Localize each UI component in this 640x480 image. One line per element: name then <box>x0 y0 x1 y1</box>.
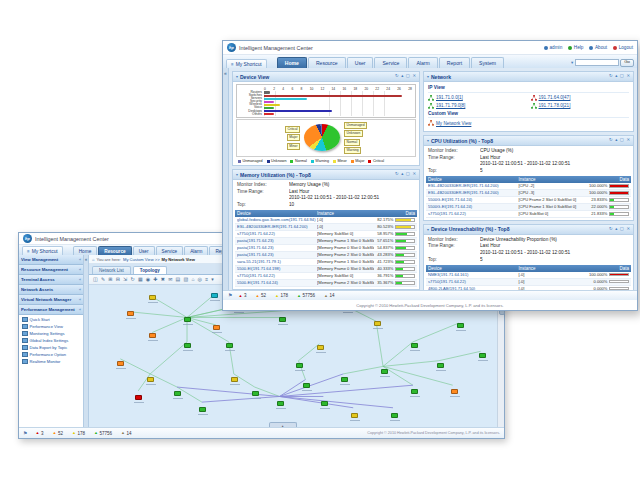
pie-callout[interactable]: Unknown <box>344 130 363 137</box>
search-go-button[interactable]: Go <box>620 59 634 67</box>
locate-icon[interactable]: ◎ <box>198 277 202 282</box>
home-view-icon[interactable]: ⌂ <box>191 277 194 282</box>
device-node[interactable] <box>174 391 181 396</box>
menu-tab[interactable]: Resource <box>308 57 346 68</box>
header-link[interactable]: Logout <box>613 45 633 50</box>
fit-view-icon[interactable]: ⇲ <box>123 277 127 282</box>
sidebar-item[interactable]: Quick Start <box>19 316 83 323</box>
section-collapse-icon[interactable]: « <box>79 268 81 272</box>
device-node[interactable] <box>411 389 418 394</box>
maximize-icon[interactable]: ▢ <box>620 227 624 231</box>
alarm-count[interactable]: ▲ 14 <box>324 293 334 298</box>
alarm-count[interactable]: ▲ 57756 <box>297 293 315 298</box>
collapse-icon[interactable]: ▴ <box>615 74 617 78</box>
close-icon[interactable]: ✕ <box>626 227 630 231</box>
alarm-count[interactable]: ▲ 14 <box>121 431 131 436</box>
bar[interactable] <box>264 101 274 103</box>
front-title-bar[interactable]: hp Intelligent Management Center admin H… <box>223 41 637 55</box>
header-link[interactable]: Help <box>568 45 583 50</box>
device-node[interactable] <box>296 363 303 368</box>
device-node[interactable] <box>199 407 206 412</box>
device-node[interactable] <box>149 333 156 338</box>
search-input[interactable] <box>575 59 619 66</box>
device-node[interactable] <box>135 395 142 400</box>
network-view-link[interactable]: 191.71.78.0[21] <box>531 103 630 109</box>
bar[interactable] <box>264 107 274 109</box>
refresh-icon[interactable]: ↻ <box>395 74 399 78</box>
collapse-icon[interactable]: ▴ <box>615 227 617 231</box>
device-node[interactable] <box>231 377 238 382</box>
sidebar-section-header[interactable]: Virtual Network Manager « <box>19 295 83 305</box>
add-node-icon[interactable]: ✚ <box>153 277 157 282</box>
device-node[interactable] <box>213 325 220 330</box>
collapse-icon[interactable]: ▴ <box>401 74 403 78</box>
maximize-icon[interactable]: ▢ <box>620 74 624 78</box>
alarm-count[interactable]: ▲ 178 <box>275 293 288 298</box>
sidebar-item[interactable]: Performance Option <box>19 351 83 358</box>
sidebar-section-header[interactable]: Performance Management « <box>19 305 83 315</box>
menu-tab[interactable]: Report <box>439 57 470 68</box>
close-icon[interactable]: ✕ <box>412 74 416 78</box>
save-icon[interactable]: ◫ <box>93 277 98 282</box>
device-node[interactable] <box>149 295 156 300</box>
device-node[interactable] <box>184 317 191 322</box>
bar[interactable] <box>264 110 332 112</box>
collapse-icon[interactable]: ▴ <box>615 138 617 142</box>
header-link[interactable]: About <box>589 45 607 50</box>
pie-callout[interactable]: Normal <box>344 139 360 146</box>
table-row[interactable]: 5500G-EI(191.71.64.24) [CPU Frame 2 Slot… <box>426 197 631 204</box>
close-icon[interactable]: ✕ <box>412 172 416 176</box>
device-node[interactable] <box>211 293 218 298</box>
menu-tab[interactable]: Home <box>277 57 307 68</box>
sidebar-section-header[interactable]: View Management « <box>19 255 83 265</box>
device-node[interactable] <box>351 413 358 418</box>
bar[interactable] <box>264 98 307 100</box>
sidebar-item[interactable]: Realtime Monitor <box>19 358 83 365</box>
zoom-out-icon[interactable]: ⊟ <box>116 277 120 282</box>
sidebar-item[interactable]: Monitoring Settings <box>19 330 83 337</box>
device-node[interactable] <box>321 401 328 406</box>
table-row[interactable]: s7750(191.71.64.22) [Memory SubSlot 0] 5… <box>235 231 417 238</box>
alarm-pie[interactable] <box>304 124 340 151</box>
alarm-count[interactable]: ▲ 178 <box>72 431 85 436</box>
sidebar-item[interactable]: Global Index Settings <box>19 337 83 344</box>
section-collapse-icon[interactable]: « <box>79 258 81 262</box>
more-tools-icon[interactable]: ▾ <box>211 277 214 282</box>
breadcrumb-link[interactable]: My Custom View >> <box>123 257 160 262</box>
table-row[interactable]: 5500-EI(191.71.64.24) [Memory Frame 2 Sl… <box>235 280 417 287</box>
my-shortcut-button[interactable]: ≡ My Shortcut <box>22 246 63 255</box>
alarm-count[interactable]: ▲ 52 <box>255 293 265 298</box>
search-scope-icon[interactable]: ▾ <box>571 60 573 65</box>
table-row[interactable]: ESL-4B200330ER-IER(191.71.64.200) [CPU -… <box>426 190 631 197</box>
menu-tab[interactable]: System <box>471 57 504 68</box>
maximize-icon[interactable]: ▢ <box>406 172 410 176</box>
refresh-icon[interactable]: ↻ <box>609 74 613 78</box>
device-node[interactable] <box>479 353 486 358</box>
pie-callout[interactable]: Warning <box>344 147 361 154</box>
network-view-link[interactable]: 191.71.0.0[1] <box>428 95 527 101</box>
device-node[interactable] <box>341 377 348 382</box>
device-node[interactable] <box>391 413 398 418</box>
alarm-count[interactable]: ▲ 57756 <box>94 431 112 436</box>
refresh-icon[interactable]: ↻ <box>609 138 613 142</box>
device-node[interactable] <box>411 343 418 348</box>
section-collapse-icon[interactable]: « <box>79 298 81 302</box>
sidebar-section-header[interactable]: Terminal Access « <box>19 275 83 285</box>
pie-callout[interactable]: Unmanaged <box>344 122 367 129</box>
device-node[interactable] <box>147 377 154 382</box>
device-node[interactable] <box>277 401 284 406</box>
device-node[interactable] <box>457 323 464 328</box>
collapse-icon[interactable]: ▴ <box>401 172 403 176</box>
view-tab[interactable]: Topology <box>133 266 167 274</box>
network-view-link[interactable]: 191.71.64.0[47] <box>531 95 630 101</box>
maximize-icon[interactable]: ▢ <box>406 74 410 78</box>
section-collapse-icon[interactable]: « <box>79 278 81 282</box>
sidebar-section-header[interactable]: Resource Management « <box>19 265 83 275</box>
menu-tab[interactable]: User <box>133 246 155 255</box>
delete-node-icon[interactable]: ✖ <box>161 277 165 282</box>
table-row[interactable]: pasta(191.71.64.23) [Memory Frame 2 Slot… <box>235 252 417 259</box>
table-row[interactable]: s7750(191.71.64.22) [-0] 0.000% <box>426 279 631 286</box>
sidebar-section-header[interactable]: Network Assets « <box>19 285 83 295</box>
refresh-icon[interactable]: ↻ <box>609 227 613 231</box>
header-link[interactable]: admin <box>544 45 562 50</box>
